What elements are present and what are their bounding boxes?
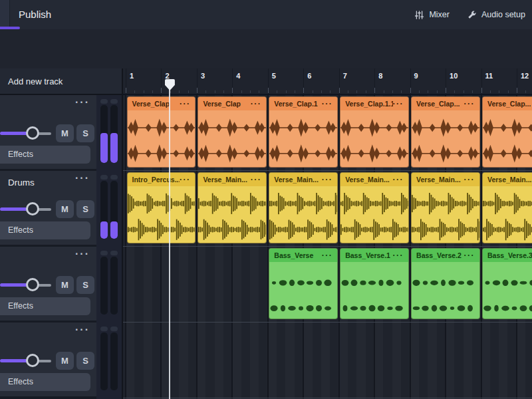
- add-new-track-button[interactable]: Add new track: [0, 68, 122, 95]
- clip-menu-dots[interactable]: ···: [393, 175, 409, 184]
- vu-meter-peak-cap: [110, 99, 118, 104]
- ruler-tick: [321, 90, 322, 93]
- volume-slider-knob[interactable]: [26, 354, 39, 367]
- meter-column: [96, 95, 122, 399]
- effects-button[interactable]: Effects: [0, 297, 90, 315]
- ruler-tick: [348, 90, 348, 93]
- clip-menu-dots[interactable]: ···: [464, 175, 479, 184]
- ruler-tick: [499, 90, 499, 93]
- solo-button[interactable]: S: [76, 200, 94, 218]
- clip-Verse_Clap.1.1[interactable]: Verse_Clap.1.1···: [340, 96, 409, 168]
- clip-menu-dots[interactable]: ···: [464, 251, 479, 260]
- track-menu-dots[interactable]: ···: [75, 96, 90, 108]
- clip-Verse_Clap.1[interactable]: Verse_Clap.1···: [269, 96, 338, 168]
- clip-waveform: [128, 186, 196, 243]
- timeline-arrange-area[interactable]: Verse_Clap···Verse_Clap···Verse_Clap.1··…: [122, 95, 532, 399]
- ruler-bar-number: 8: [378, 72, 382, 80]
- volume-slider-knob[interactable]: [26, 202, 39, 215]
- clip-menu-dots[interactable]: ···: [251, 175, 267, 184]
- clip-label: Bass_Verse: [269, 251, 321, 259]
- clip-Verse_Main...[interactable]: Verse_Main...···: [482, 172, 532, 243]
- ruler-tick: [144, 90, 144, 93]
- ruler-tick: [188, 90, 189, 93]
- ruler-tick: [205, 90, 206, 93]
- solo-button[interactable]: S: [76, 352, 94, 370]
- clip-menu-dots[interactable]: ···: [180, 99, 196, 108]
- clip-menu-dots[interactable]: ···: [322, 99, 338, 108]
- effects-button[interactable]: Effects: [0, 373, 90, 391]
- mute-button[interactable]: M: [56, 352, 74, 370]
- track-menu-dots[interactable]: ···: [75, 248, 90, 260]
- ruler-tick: [464, 90, 464, 93]
- ruler-tick: [277, 90, 277, 93]
- ruler-tick: [179, 90, 180, 93]
- clip-menu-dots[interactable]: ···: [322, 251, 338, 260]
- volume-slider-knob[interactable]: [26, 126, 39, 140]
- mute-button[interactable]: M: [56, 276, 74, 294]
- vu-meter-fill: [110, 133, 118, 163]
- clip-menu-dots[interactable]: ···: [393, 251, 409, 260]
- clip-Bass_Verse.2[interactable]: Bass_Verse.2···: [411, 248, 480, 319]
- solo-button[interactable]: S: [76, 276, 94, 294]
- track-menu-dots[interactable]: ···: [75, 324, 90, 336]
- ruler-tick: [241, 90, 242, 93]
- clip-menu-dots[interactable]: ···: [393, 99, 409, 108]
- clip-Intro_Percus...[interactable]: Intro_Percus...···: [127, 172, 196, 243]
- clip-waveform: [483, 186, 532, 243]
- vu-meter-peak-cap: [110, 327, 118, 331]
- vu-meter: [100, 175, 108, 239]
- clip-Verse_Main...[interactable]: Verse_Main...···: [340, 172, 409, 243]
- audio-setup-button[interactable]: Audio setup: [467, 10, 525, 20]
- clip-waveform: [269, 262, 338, 319]
- clip-waveform: [269, 110, 338, 168]
- effects-button[interactable]: Effects: [0, 146, 90, 164]
- clip-label: Verse_Main...: [198, 176, 250, 184]
- solo-button[interactable]: S: [76, 124, 94, 142]
- effects-button[interactable]: Effects: [0, 221, 90, 239]
- volume-slider-knob[interactable]: [26, 278, 39, 291]
- clip-waveform: [269, 186, 338, 243]
- ruler-tick: [161, 88, 162, 93]
- track-row-separator: [123, 398, 532, 398]
- vu-meter-peak-cap: [100, 99, 108, 104]
- clip-Bass_Verse[interactable]: Bass_Verse···: [269, 248, 338, 319]
- vu-meter-body: [110, 257, 118, 315]
- clip-Verse_Clap[interactable]: Verse_Clap···: [198, 96, 267, 168]
- clip-Verse_Main...[interactable]: Verse_Main...···: [198, 172, 267, 243]
- ruler-tick: [134, 90, 135, 93]
- clip-header: Verse_Main...···: [198, 173, 266, 186]
- header-actions: Mixer Audio setup: [414, 0, 525, 29]
- ruler-bar-number: 9: [414, 72, 418, 80]
- clip-header: Bass_Verse.3···: [483, 249, 532, 262]
- clip-label: Verse_Clap...: [412, 100, 464, 108]
- mixer-button[interactable]: Mixer: [414, 10, 450, 20]
- ruler-tick: [508, 90, 509, 93]
- track-menu-dots[interactable]: ···: [75, 172, 90, 184]
- clip-menu-dots[interactable]: ···: [180, 175, 196, 184]
- grid-bar-line: [125, 95, 126, 399]
- clip-menu-dots[interactable]: ···: [251, 99, 267, 108]
- clip-waveform: [340, 186, 409, 243]
- ruler-tick: [454, 90, 455, 93]
- mute-button[interactable]: M: [56, 124, 74, 142]
- mute-button[interactable]: M: [56, 200, 74, 218]
- clip-menu-dots[interactable]: ···: [322, 175, 338, 184]
- clip-Verse_Clap...[interactable]: Verse_Clap...···: [482, 96, 532, 168]
- timeline-ruler[interactable]: 123456789101112: [122, 68, 532, 95]
- clip-header: Bass_Verse.2···: [412, 249, 479, 262]
- ruler-tick: [392, 90, 393, 93]
- vu-meter-fill: [100, 221, 108, 239]
- clip-Verse_Main...[interactable]: Verse_Main...···: [411, 172, 480, 243]
- clip-Bass_Verse.3[interactable]: Bass_Verse.3···: [482, 248, 532, 319]
- clip-Verse_Clap[interactable]: Verse_Clap···: [127, 96, 196, 168]
- clip-Verse_Main...[interactable]: Verse_Main...···: [269, 172, 338, 243]
- clip-Bass_Verse.1[interactable]: Bass_Verse.1···: [340, 248, 409, 319]
- clip-menu-dots[interactable]: ···: [464, 99, 479, 108]
- clip-waveform: [412, 110, 480, 168]
- clip-header: Verse_Clap...···: [412, 97, 479, 110]
- track-panel: ···MSEffects: [0, 247, 96, 321]
- clip-Verse_Clap...[interactable]: Verse_Clap...···: [411, 96, 480, 168]
- vu-meter: [100, 251, 108, 315]
- vu-meter-body: [100, 181, 108, 239]
- publish-button[interactable]: Publish: [19, 0, 51, 29]
